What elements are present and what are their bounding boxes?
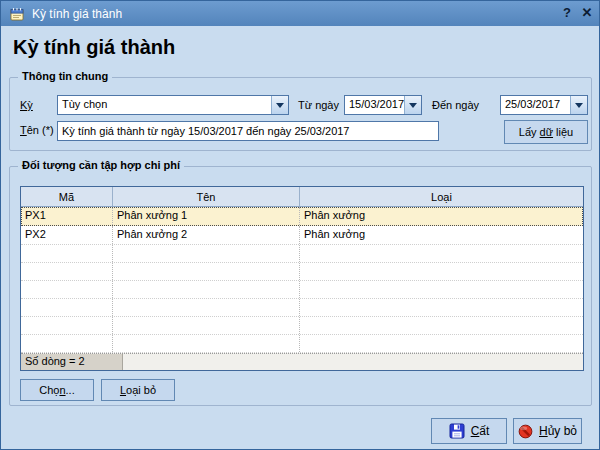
table-cell-name: Phân xưởng 2 — [113, 226, 300, 244]
from-date-picker[interactable]: 15/03/2017 — [344, 95, 422, 115]
window-title: Kỳ tính giá thành — [32, 7, 591, 21]
dialog-window: Kỳ tính giá thành ? ✕ Kỳ tính giá thành … — [0, 0, 600, 450]
table-cell-empty — [300, 317, 583, 334]
help-button[interactable]: ? — [559, 5, 575, 21]
cost-objects-table: Mã Tên Loại PX1Phân xưởng 1Phân xưởngPX2… — [20, 186, 584, 371]
cancel-button-label: Hủy bỏ — [539, 424, 577, 438]
chevron-down-icon[interactable] — [570, 96, 587, 114]
fetch-data-button-label: Lấy dữ liệu — [519, 126, 573, 138]
table-cell-empty — [113, 263, 300, 280]
table-row-empty — [21, 335, 583, 353]
to-date-value: 25/03/2017 — [501, 96, 570, 114]
table-cell-type: Phân xưởng — [300, 207, 583, 225]
choose-button[interactable]: Chọn... — [20, 379, 94, 401]
save-button[interactable]: Cất — [431, 418, 507, 444]
table-cell-empty — [21, 317, 113, 334]
name-input[interactable] — [57, 121, 439, 141]
row-count-status: Số dòng = 2 — [21, 354, 123, 370]
table-row[interactable]: PX1Phân xưởng 1Phân xưởng — [21, 207, 583, 226]
table-row-empty — [21, 299, 583, 317]
column-header-code[interactable]: Mã — [21, 187, 113, 206]
remove-button-label: Loại bỏ — [120, 384, 156, 396]
general-info-group-label: Thông tin chung — [18, 70, 112, 82]
to-date-label: Đến ngày — [432, 99, 479, 111]
name-label: Tên (*) — [20, 124, 54, 136]
table-cell-type: Phân xưởng — [300, 226, 583, 244]
table-cell-empty — [21, 245, 113, 262]
close-button[interactable]: ✕ — [579, 5, 595, 21]
table-cell-empty — [113, 281, 300, 298]
chevron-down-icon[interactable] — [271, 96, 288, 114]
table-cell-empty — [300, 281, 583, 298]
cancel-button[interactable]: Hủy bỏ — [513, 418, 582, 444]
period-label: Kỳ — [20, 99, 33, 111]
table-cell-empty — [113, 245, 300, 262]
table-cell-empty — [113, 335, 300, 352]
fetch-data-button[interactable]: Lấy dữ liệu — [504, 120, 588, 144]
from-date-value: 15/03/2017 — [345, 96, 404, 114]
table-cell-empty — [21, 299, 113, 316]
table-cell-empty — [300, 299, 583, 316]
table-cell-empty — [21, 281, 113, 298]
cancel-icon — [518, 424, 533, 439]
titlebar: Kỳ tính giá thành ? ✕ — [1, 1, 599, 26]
table-status-row: Số dòng = 2 — [21, 353, 583, 370]
floppy-disk-icon — [449, 423, 465, 439]
choose-button-label: Chọn... — [39, 384, 74, 396]
table-cell-code: PX1 — [21, 207, 113, 225]
table-header: Mã Tên Loại — [21, 187, 583, 207]
table-cell-code: PX2 — [21, 226, 113, 244]
cost-objects-group: Đối tượng cần tập hợp chi phí Mã Tên Loạ… — [9, 166, 592, 406]
table-row[interactable]: PX2Phân xưởng 2Phân xưởng — [21, 226, 583, 245]
table-cell-empty — [300, 245, 583, 262]
table-cell-empty — [21, 263, 113, 280]
table-row-empty — [21, 317, 583, 335]
period-select-value: Tùy chọn — [58, 96, 271, 114]
table-cell-empty — [113, 317, 300, 334]
chevron-down-icon[interactable] — [404, 96, 421, 114]
remove-button[interactable]: Loại bỏ — [101, 379, 175, 401]
to-date-picker[interactable]: 25/03/2017 — [500, 95, 588, 115]
period-select[interactable]: Tùy chọn — [57, 95, 289, 115]
column-header-name[interactable]: Tên — [113, 187, 300, 206]
table-row-empty — [21, 281, 583, 299]
general-info-group: Thông tin chung Kỳ Tùy chọn Từ ngày 15/0… — [9, 77, 592, 151]
page-title: Kỳ tính giá thành — [13, 36, 175, 59]
table-cell-empty — [21, 335, 113, 352]
save-button-label: Cất — [471, 424, 490, 438]
from-date-label: Từ ngày — [298, 99, 339, 111]
table-cell-empty — [300, 263, 583, 280]
table-cell-name: Phân xưởng 1 — [113, 207, 300, 225]
table-cell-empty — [113, 299, 300, 316]
column-header-type[interactable]: Loại — [300, 187, 583, 206]
cost-objects-group-label: Đối tượng cần tập hợp chi phí — [18, 159, 184, 171]
notepad-icon — [9, 6, 25, 22]
table-row-empty — [21, 263, 583, 281]
table-row-empty — [21, 245, 583, 263]
table-cell-empty — [300, 335, 583, 352]
cost-table-body: PX1Phân xưởng 1Phân xưởngPX2Phân xưởng 2… — [21, 207, 583, 353]
